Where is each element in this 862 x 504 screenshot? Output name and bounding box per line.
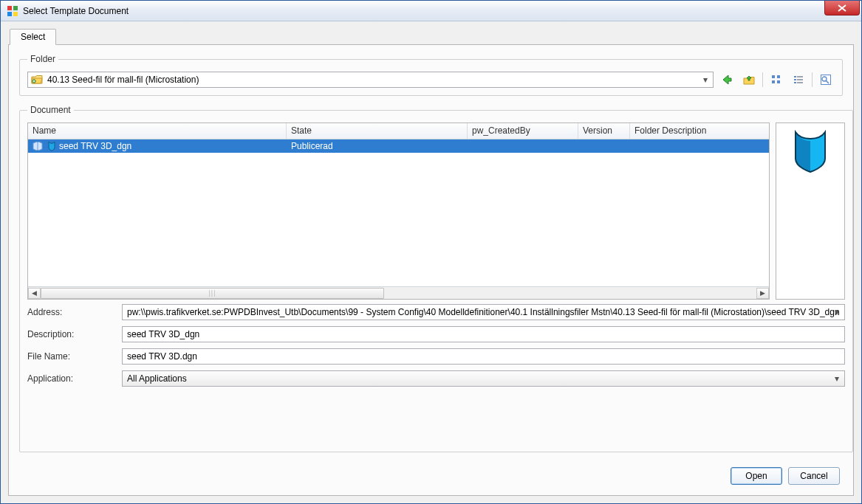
col-version[interactable]: Version xyxy=(578,123,630,139)
client-area: Select Folder xyxy=(1,21,861,503)
description-field[interactable]: seed TRV 3D_dgn xyxy=(122,326,845,342)
svg-rect-12 xyxy=(797,79,803,80)
list-rows: seed TRV 3D_dgn Publicerad xyxy=(28,139,769,286)
folder-row: 40.13 Seed-fil för mall-fil (Microstatio… xyxy=(27,72,835,88)
svg-rect-9 xyxy=(794,76,796,77)
svg-rect-6 xyxy=(777,75,780,78)
dropdown-icon: ▾ xyxy=(699,74,711,86)
row-name: seed TRV 3D_dgn xyxy=(59,141,131,151)
document-body: Name State pw_CreatedBy Version Folder D… xyxy=(27,122,845,300)
application-label: Application: xyxy=(27,373,116,384)
row-folder-description xyxy=(630,145,769,147)
description-value: seed TRV 3D_dgn xyxy=(127,329,199,339)
address-field[interactable]: pw:\\pwis.trafikverket.se:PWPDBInvest_Ut… xyxy=(122,304,845,320)
tab-panel: Folder 40.13 Seed-fil för mall-fil (Micr… xyxy=(8,44,854,496)
svg-rect-8 xyxy=(777,80,780,83)
grid-view-icon xyxy=(770,74,782,86)
tabstrip: Select xyxy=(8,29,854,45)
dropdown-icon: ▾ xyxy=(831,373,843,384)
horizontal-scrollbar[interactable]: ◀ ▶ xyxy=(28,286,769,299)
filename-field[interactable]: seed TRV 3D.dgn xyxy=(122,348,845,365)
open-button[interactable]: Open xyxy=(731,467,782,485)
scroll-track[interactable] xyxy=(41,288,756,299)
preview-pane xyxy=(776,122,845,300)
application-combobox[interactable]: All Applications ▾ xyxy=(122,370,845,387)
svg-rect-11 xyxy=(794,79,796,80)
col-folder-description[interactable]: Folder Description xyxy=(630,123,769,139)
open-label: Open xyxy=(745,471,767,481)
list-header: Name State pw_CreatedBy Version Folder D… xyxy=(28,123,769,139)
document-list: Name State pw_CreatedBy Version Folder D… xyxy=(27,122,770,300)
preview-icon xyxy=(820,74,832,86)
application-value: All Applications xyxy=(127,373,187,384)
toolbar-separator xyxy=(812,72,813,87)
close-button[interactable] xyxy=(824,1,860,15)
filename-label: File Name: xyxy=(27,351,116,362)
folder-group: Folder 40.13 Seed-fil för mall-fil (Micr… xyxy=(19,54,843,96)
folder-selected-text: 40.13 Seed-fil för mall-fil (Microstatio… xyxy=(47,75,199,85)
dropdown-icon: ▾ xyxy=(831,306,843,318)
svg-rect-2 xyxy=(7,12,12,16)
list-item[interactable]: seed TRV 3D_dgn Publicerad xyxy=(28,139,769,153)
svg-rect-0 xyxy=(7,6,12,10)
dialog-window: Select Template Document Select Folder xyxy=(0,0,862,504)
svg-rect-14 xyxy=(797,82,803,83)
document-group: Document Name State pw_CreatedBy Version… xyxy=(19,105,853,452)
row-pw-createdby xyxy=(468,145,578,147)
app-icon xyxy=(7,5,18,17)
document-type-icon xyxy=(47,141,56,151)
titlebar: Select Template Document xyxy=(1,1,861,21)
svg-rect-1 xyxy=(13,6,18,10)
svg-rect-10 xyxy=(797,76,803,77)
folder-up-icon xyxy=(743,74,755,86)
svg-rect-13 xyxy=(794,82,796,83)
document-state-icon xyxy=(33,141,44,151)
back-button[interactable] xyxy=(718,72,736,88)
microstation-logo-icon xyxy=(788,128,832,175)
description-label: Description: xyxy=(27,329,116,339)
row-version xyxy=(578,145,630,147)
col-pw-createdby[interactable]: pw_CreatedBy xyxy=(468,123,578,139)
folder-icon xyxy=(31,75,43,85)
col-state[interactable]: State xyxy=(287,123,468,139)
folder-legend: Folder xyxy=(27,54,58,64)
col-name[interactable]: Name xyxy=(28,123,287,139)
svg-rect-7 xyxy=(772,80,775,83)
close-icon xyxy=(838,4,846,12)
scroll-right-button[interactable]: ▶ xyxy=(756,288,769,299)
preview-toggle-button[interactable] xyxy=(817,72,835,88)
address-value: pw:\\pwis.trafikverket.se:PWPDBInvest_Ut… xyxy=(127,307,840,317)
filename-value: seed TRV 3D.dgn xyxy=(127,351,197,362)
scroll-thumb[interactable] xyxy=(41,288,384,299)
address-label: Address: xyxy=(27,307,116,317)
cancel-label: Cancel xyxy=(800,471,827,481)
document-legend: Document xyxy=(27,105,74,115)
arrow-left-icon xyxy=(721,74,733,86)
cancel-button[interactable]: Cancel xyxy=(788,467,840,485)
list-view-icon xyxy=(793,74,804,86)
svg-rect-5 xyxy=(772,75,775,78)
svg-rect-3 xyxy=(13,12,18,16)
toolbar-separator xyxy=(762,72,763,87)
view-icons-button[interactable] xyxy=(767,72,785,88)
details-form: Address: pw:\\pwis.trafikverket.se:PWPDB… xyxy=(27,304,845,387)
row-state: Publicerad xyxy=(287,140,468,152)
view-list-button[interactable] xyxy=(790,72,807,88)
folder-combobox[interactable]: 40.13 Seed-fil för mall-fil (Microstatio… xyxy=(27,72,714,88)
tab-select[interactable]: Select xyxy=(10,29,56,45)
scroll-left-button[interactable]: ◀ xyxy=(28,288,41,299)
dialog-footer: Open Cancel xyxy=(19,461,843,486)
up-folder-button[interactable] xyxy=(740,72,758,88)
tab-label: Select xyxy=(21,32,45,42)
window-title: Select Template Document xyxy=(23,6,129,16)
